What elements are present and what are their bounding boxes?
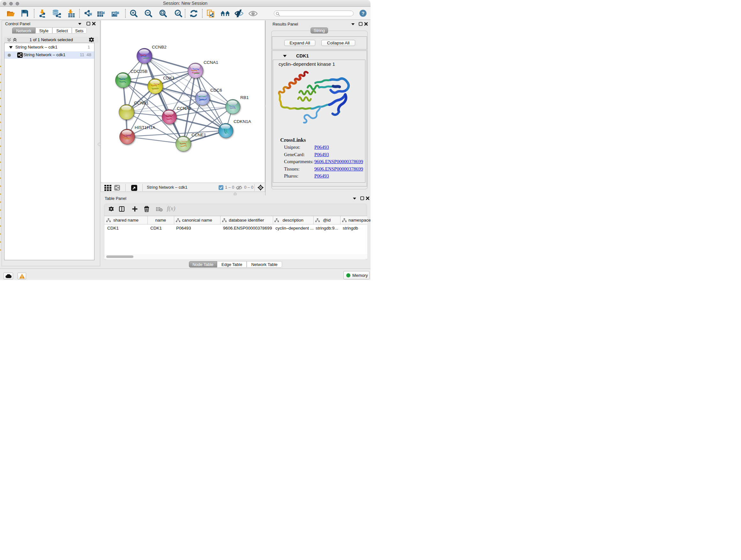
svg-text:CCNA1: CCNA1 (204, 60, 218, 65)
svg-text:CDKN1A: CDKN1A (233, 119, 251, 124)
svg-text:RB1: RB1 (240, 95, 249, 100)
svg-text:CCNA2: CCNA2 (177, 106, 192, 111)
svg-text:CCNB1: CCNB1 (134, 101, 149, 105)
svg-text:CDC6: CDC6 (210, 88, 222, 92)
svg-text:CCNE1: CCNE1 (192, 132, 206, 137)
svg-text:CDC25B: CDC25B (131, 69, 147, 74)
svg-text:CDK1: CDK1 (163, 76, 175, 80)
svg-text:?: ? (361, 10, 364, 16)
svg-text:HIST1H1A: HIST1H1A (135, 125, 155, 130)
svg-text:CCNB2: CCNB2 (152, 45, 166, 50)
